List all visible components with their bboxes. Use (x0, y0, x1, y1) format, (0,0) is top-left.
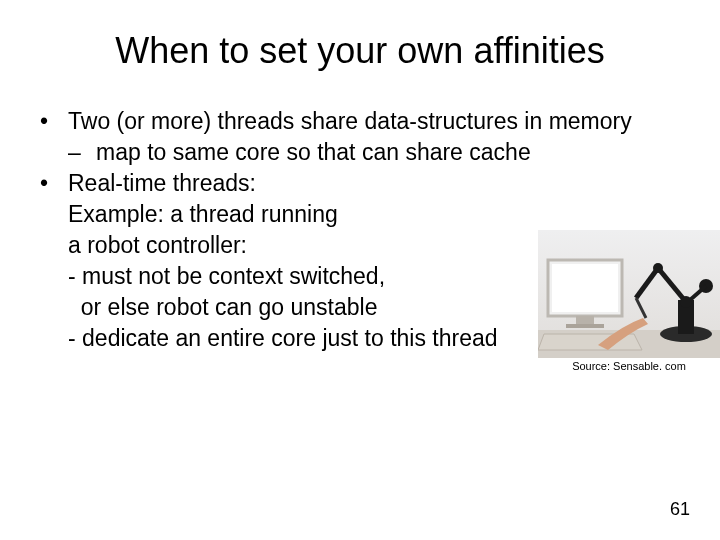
slide: When to set your own affinities • Two (o… (0, 0, 720, 540)
svg-point-7 (653, 263, 663, 273)
line-1: Example: a thread running (40, 199, 680, 230)
bullet-1-text: Two (or more) threads share data-structu… (68, 106, 632, 137)
sub-bullet-1: – map to same core so that can share cac… (40, 137, 680, 168)
robot-haptic-device-image (538, 230, 720, 358)
line-4-text: or else robot can go unstable (68, 292, 377, 323)
figure-caption: Source: Sensable. com (538, 360, 720, 372)
line-2-text: a robot controller: (68, 230, 247, 261)
line-1-text: Example: a thread running (68, 199, 338, 230)
bullet-2: • Real-time threads: (40, 168, 680, 199)
svg-rect-4 (566, 324, 604, 328)
line-5-text: - dedicate an entire core just to this t… (68, 323, 498, 354)
sub-bullet-1-text: map to same core so that can share cache (96, 137, 531, 168)
bullet-dot-icon: • (40, 168, 68, 199)
line-3-text: - must not be context switched, (68, 261, 385, 292)
dash-icon: – (68, 137, 96, 168)
page-number: 61 (670, 499, 690, 520)
bullet-dot-icon: • (40, 106, 68, 137)
figure: Source: Sensable. com (538, 230, 720, 372)
bullet-1: • Two (or more) threads share data-struc… (40, 106, 680, 137)
bullet-2-text: Real-time threads: (68, 168, 256, 199)
slide-title: When to set your own affinities (40, 30, 680, 72)
svg-rect-2 (552, 264, 618, 312)
